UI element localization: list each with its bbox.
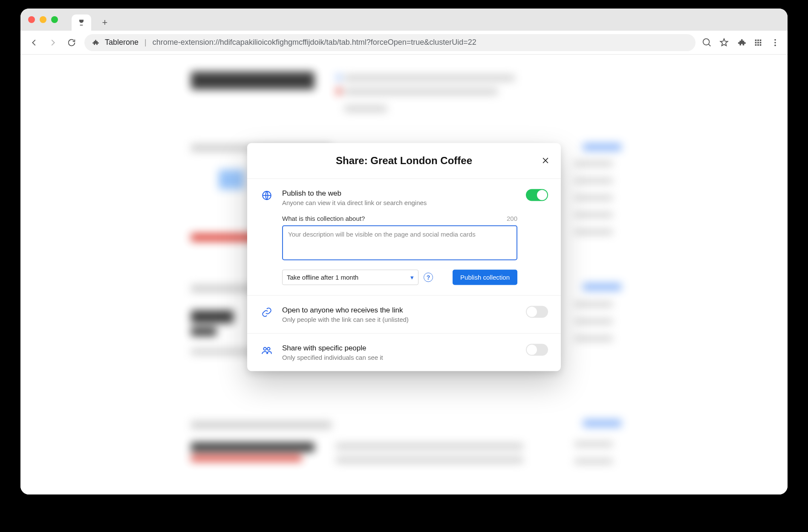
link-icon bbox=[260, 306, 274, 318]
forward-button[interactable] bbox=[47, 37, 59, 49]
close-button[interactable] bbox=[540, 156, 551, 166]
close-icon bbox=[541, 156, 550, 165]
new-tab-button[interactable]: + bbox=[96, 14, 113, 31]
window-controls bbox=[28, 9, 58, 31]
share-modal: Share: Great London Coffee Publish to th… bbox=[247, 143, 561, 371]
extensions-puzzle-icon[interactable] bbox=[736, 38, 746, 47]
description-label: What is this collection about? bbox=[282, 214, 365, 222]
page-url: chrome-extension://hdifcapakilioicokfigh… bbox=[153, 38, 476, 47]
browser-window: + Tablerone | chrome-extension://hdifcap… bbox=[20, 9, 788, 494]
publish-section: Publish to the web Anyone can view it vi… bbox=[247, 179, 561, 295]
people-section: Share with specific people Only specifie… bbox=[247, 333, 561, 371]
people-toggle[interactable] bbox=[526, 344, 548, 356]
globe-icon bbox=[260, 189, 274, 201]
people-sub: Only specified individuals can see it bbox=[282, 353, 517, 361]
toolbar-right-icons bbox=[702, 38, 780, 47]
link-sub: Only people with the link can see it (un… bbox=[282, 315, 517, 323]
active-tab[interactable] bbox=[72, 14, 91, 31]
description-textarea[interactable] bbox=[282, 225, 517, 260]
browser-menu-icon[interactable] bbox=[770, 38, 780, 47]
separator: | bbox=[144, 38, 147, 47]
browser-toolbar: Tablerone | chrome-extension://hdifcapak… bbox=[20, 31, 788, 55]
close-window-button[interactable] bbox=[28, 16, 35, 23]
link-heading: Open to anyone who receives the link bbox=[282, 306, 517, 314]
modal-title: Share: Great London Coffee bbox=[336, 155, 472, 167]
minimize-window-button[interactable] bbox=[40, 16, 46, 23]
reload-button[interactable] bbox=[66, 37, 78, 49]
people-heading: Share with specific people bbox=[282, 344, 517, 352]
people-icon bbox=[260, 344, 274, 356]
svg-point-1 bbox=[774, 42, 776, 43]
publish-heading: Publish to the web bbox=[282, 189, 517, 197]
offline-duration-value: Take offline after 1 month bbox=[287, 274, 358, 281]
bookmark-star-icon[interactable] bbox=[719, 38, 729, 47]
app-grid-icon[interactable] bbox=[753, 38, 763, 47]
tab-strip: + bbox=[20, 9, 788, 31]
svg-point-4 bbox=[263, 347, 266, 350]
tablerone-tab-icon bbox=[77, 18, 86, 27]
maximize-window-button[interactable] bbox=[51, 16, 58, 23]
page-content: Share: Great London Coffee Publish to th… bbox=[20, 55, 788, 494]
link-toggle[interactable] bbox=[526, 306, 548, 318]
offline-duration-select[interactable]: Take offline after 1 month ▾ bbox=[282, 269, 418, 285]
svg-point-5 bbox=[267, 347, 270, 350]
modal-header: Share: Great London Coffee bbox=[247, 143, 561, 179]
publish-toggle[interactable] bbox=[526, 189, 548, 201]
site-name: Tablerone bbox=[105, 38, 139, 47]
link-section: Open to anyone who receives the link Onl… bbox=[247, 295, 561, 333]
chevron-down-icon: ▾ bbox=[410, 273, 414, 281]
search-icon[interactable] bbox=[702, 38, 712, 47]
description-char-count: 200 bbox=[507, 214, 517, 222]
address-bar[interactable]: Tablerone | chrome-extension://hdifcapak… bbox=[84, 34, 695, 51]
svg-point-0 bbox=[774, 39, 776, 40]
back-button[interactable] bbox=[28, 37, 40, 49]
publish-sub: Anyone can view it via direct link or se… bbox=[282, 199, 517, 206]
help-icon[interactable]: ? bbox=[424, 272, 433, 282]
svg-point-2 bbox=[774, 44, 776, 46]
publish-collection-button[interactable]: Publish collection bbox=[453, 269, 517, 285]
extension-icon bbox=[91, 39, 99, 46]
